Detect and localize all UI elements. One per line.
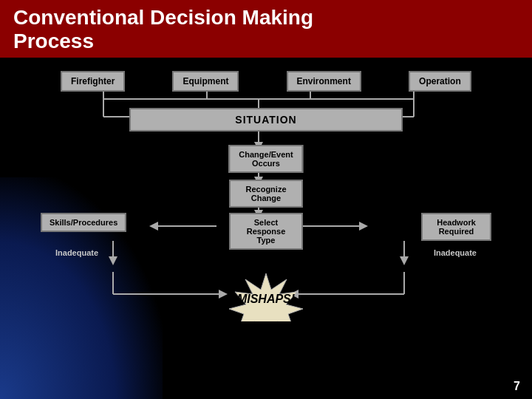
diagram-wrapper: Firefighter Equipment Environment Operat… — [0, 65, 532, 399]
title-line1: Conventional Decision Making — [13, 6, 313, 29]
equipment-box: Equipment — [172, 71, 239, 92]
change-event-box: Change/EventOccurs — [228, 145, 303, 173]
skills-procedures-box: Skills/Procedures — [41, 213, 126, 232]
svg-marker-25 — [400, 256, 409, 265]
svg-marker-21 — [149, 222, 158, 231]
svg-marker-23 — [109, 256, 117, 265]
mishaps-starburst: MISHAPS! — [214, 273, 318, 324]
firefighter-box: Firefighter — [61, 71, 125, 92]
recognize-change-box: RecognizeChange — [229, 180, 303, 208]
headwork-required-box: HeadworkRequired — [421, 213, 491, 241]
starburst-svg: MISHAPS! — [214, 273, 318, 321]
situation-bar: SITUATION — [129, 108, 403, 132]
inadequate-left-label: Inadequate — [55, 248, 98, 257]
title-line2: Process — [13, 30, 94, 52]
page-number: 7 — [514, 380, 520, 393]
operation-box: Operation — [409, 71, 471, 92]
inadequate-right-label: Inadequate — [434, 248, 477, 257]
environment-box: Environment — [287, 71, 361, 92]
svg-marker-19 — [359, 222, 368, 231]
top-boxes-row: Firefighter Equipment Environment Operat… — [0, 71, 532, 92]
svg-text:MISHAPS!: MISHAPS! — [237, 293, 296, 305]
title-text: Conventional Decision Making Process — [13, 6, 519, 53]
select-response-box: SelectResponseType — [229, 213, 303, 250]
title-bar: Conventional Decision Making Process — [0, 0, 532, 58]
